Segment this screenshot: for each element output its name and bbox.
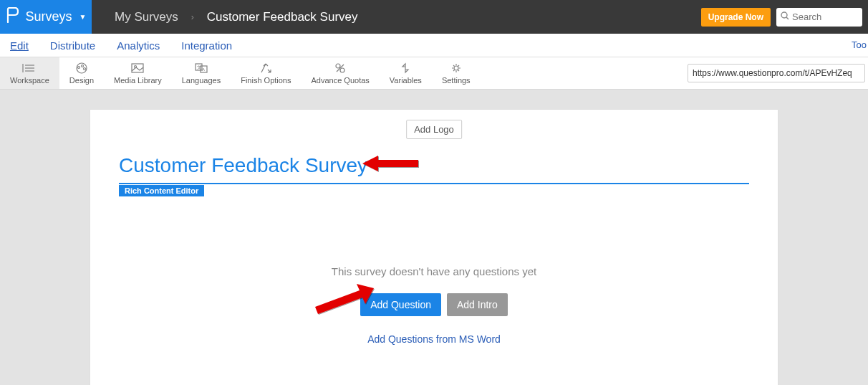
- tool-media-library[interactable]: Media Library: [104, 57, 172, 89]
- svg-point-8: [81, 65, 83, 67]
- tool-label: Media Library: [114, 76, 162, 85]
- tool-variables[interactable]: Variables: [380, 57, 432, 89]
- breadcrumb-parent[interactable]: My Surveys: [115, 10, 178, 24]
- tab-distribute[interactable]: Distribute: [50, 39, 95, 52]
- tool-settings[interactable]: Settings: [432, 57, 481, 89]
- svg-point-16: [336, 64, 340, 68]
- media-icon: [130, 62, 145, 75]
- add-intro-button[interactable]: Add Intro: [447, 293, 508, 316]
- surveys-dropdown[interactable]: Surveys ▼: [0, 0, 92, 34]
- add-logo-button[interactable]: Add Logo: [406, 120, 462, 139]
- breadcrumb: My Surveys › Customer Feedback Survey: [115, 10, 358, 24]
- svg-text:A: A: [202, 67, 205, 72]
- design-icon: [74, 62, 90, 75]
- tab-edit[interactable]: Edit: [10, 39, 29, 52]
- breadcrumb-current: Customer Feedback Survey: [207, 10, 358, 24]
- canvas: Add Logo Customer Feedback Survey Rich C…: [0, 90, 868, 385]
- upgrade-button[interactable]: Upgrade Now: [701, 8, 771, 27]
- main-nav: Edit Distribute Analytics Integration To…: [0, 34, 868, 57]
- tool-label: Finish Options: [241, 76, 291, 85]
- survey-url-input[interactable]: [688, 64, 865, 82]
- tool-advance-quotas[interactable]: Advance Quotas: [301, 57, 379, 89]
- settings-icon: [448, 62, 464, 75]
- add-question-button[interactable]: Add Question: [360, 293, 441, 316]
- tool-label: Languages: [182, 76, 221, 85]
- tool-finish-options[interactable]: Finish Options: [231, 57, 301, 89]
- svg-point-0: [781, 12, 787, 18]
- empty-state: This survey doesn't have any questions y…: [90, 265, 778, 345]
- search-input[interactable]: [792, 11, 858, 22]
- rich-content-editor-tag[interactable]: Rich Content Editor: [119, 185, 204, 196]
- search-icon: [781, 11, 789, 22]
- add-from-word-link[interactable]: Add Questions from MS Word: [367, 333, 501, 345]
- svg-line-1: [786, 17, 789, 19]
- tool-label: Design: [69, 76, 94, 85]
- toolbar: Workspace Design Media Library 文A Langua…: [0, 57, 868, 90]
- svg-point-19: [454, 66, 458, 70]
- svg-point-17: [340, 68, 344, 72]
- tool-label: Workspace: [10, 76, 49, 85]
- languages-icon: 文A: [193, 62, 209, 75]
- tool-label: Advance Quotas: [311, 76, 369, 85]
- tool-design[interactable]: Design: [59, 57, 104, 89]
- button-row: Add Question Add Intro: [90, 293, 778, 316]
- tool-label: Variables: [390, 76, 422, 85]
- quota-icon: [332, 62, 348, 75]
- topbar: Surveys ▼ My Surveys › Customer Feedback…: [0, 0, 868, 34]
- survey-card: Add Logo Customer Feedback Survey Rich C…: [90, 110, 778, 385]
- tool-label: Settings: [442, 76, 471, 85]
- svg-point-9: [83, 68, 85, 70]
- variables-icon: [397, 62, 413, 75]
- empty-text: This survey doesn't have any questions y…: [90, 265, 778, 277]
- chevron-right-icon: ›: [191, 12, 194, 22]
- tab-analytics[interactable]: Analytics: [117, 39, 160, 52]
- search-box[interactable]: [776, 8, 862, 27]
- logo-icon: [6, 7, 19, 27]
- workspace-icon: [21, 62, 37, 75]
- surveys-label: Surveys: [26, 9, 72, 24]
- finish-icon: [258, 62, 274, 75]
- svg-text:文: 文: [197, 65, 201, 70]
- tool-workspace[interactable]: Workspace: [0, 57, 59, 89]
- caret-down-icon: ▼: [79, 13, 87, 21]
- topbar-right: Upgrade Now: [701, 8, 868, 27]
- tab-integration[interactable]: Integration: [181, 39, 232, 52]
- nav-overflow[interactable]: Too: [850, 34, 868, 56]
- tool-languages[interactable]: 文A Languages: [172, 57, 231, 89]
- svg-point-7: [77, 67, 79, 69]
